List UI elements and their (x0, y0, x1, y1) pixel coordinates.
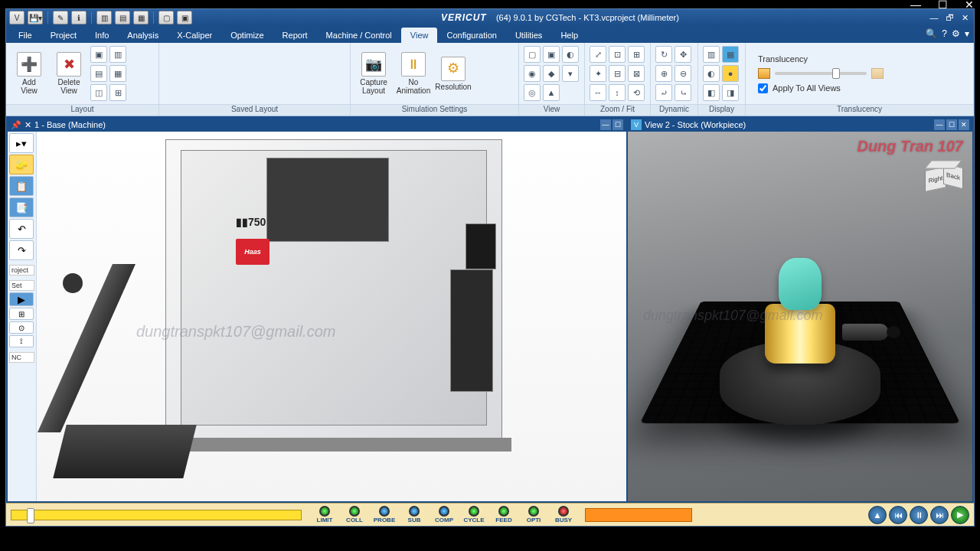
play-up-button[interactable]: ▲ (868, 506, 887, 524)
layout-opt5-button[interactable]: ◫ (90, 84, 107, 101)
dyn-btn-6[interactable]: ⤿ (675, 84, 691, 101)
qat-layout1-button[interactable]: ▥ (96, 11, 112, 24)
dyn-btn-1[interactable]: ↻ (655, 46, 672, 63)
qat-info-button[interactable]: ℹ (71, 11, 87, 24)
side-tool-add[interactable]: 📑 (9, 197, 34, 217)
zoom-btn-5[interactable]: ⊟ (609, 65, 626, 82)
menu-optimize[interactable]: Optimize (221, 28, 273, 43)
disp-btn-1[interactable]: ▥ (703, 46, 720, 63)
side-tool-list[interactable]: 📋 (9, 176, 34, 196)
pause-button[interactable]: ⏸ (910, 506, 928, 524)
view-btn-6[interactable]: ▾ (562, 65, 579, 82)
side-tree-3[interactable]: ⟟ (9, 335, 34, 347)
side-item-active[interactable]: ▶ (9, 292, 34, 306)
zoom-btn-7[interactable]: ↔ (590, 84, 606, 101)
disp-btn-6[interactable]: ◨ (722, 84, 739, 101)
zoom-btn-3[interactable]: ⊞ (628, 46, 645, 63)
view-btn-2[interactable]: ▣ (543, 46, 560, 63)
side-tree-2[interactable]: ⊙ (9, 321, 34, 334)
view1-pin-icon[interactable]: 📌 (11, 120, 21, 130)
disp-btn-3[interactable]: ◐ (703, 65, 720, 82)
window-minimize-button[interactable]: — (928, 11, 940, 24)
side-section-project[interactable]: roject (9, 265, 34, 276)
capture-layout-button[interactable]: 📷 Capture Layout (355, 46, 392, 101)
side-tree-1[interactable]: ⊞ (9, 308, 34, 320)
progress-slider[interactable] (11, 510, 302, 520)
stock-viewport[interactable]: Dung Tran 107 Right Back dungtranspkt107… (628, 132, 972, 501)
view1-maximize-button[interactable]: ☐ (612, 119, 623, 130)
view1-minimize-button[interactable]: — (600, 119, 611, 130)
dyn-btn-4[interactable]: ⊖ (675, 65, 691, 82)
zoom-btn-2[interactable]: ⊡ (609, 46, 626, 63)
layout-opt2-button[interactable]: ▥ (109, 46, 126, 63)
menu-more-icon[interactable]: ▾ (965, 28, 969, 39)
search-icon[interactable]: 🔍 (926, 28, 937, 39)
menu-machine-control[interactable]: Machine / Control (317, 28, 401, 43)
side-tool-redo[interactable]: ↷ (9, 240, 34, 260)
settings-gear-icon[interactable]: ⚙ (952, 28, 960, 39)
no-animation-button[interactable]: ⏸ No Animation (395, 46, 432, 101)
menu-project[interactable]: Project (41, 28, 86, 43)
machine-viewport[interactable]: ▮▮750 Haas dungtranspkt107@gmail.com (37, 132, 626, 501)
menu-utilities[interactable]: Utilities (506, 28, 551, 43)
resolution-button[interactable]: ⚙ Resolution (435, 46, 472, 101)
menu-configuration[interactable]: Configuration (437, 28, 505, 43)
dyn-btn-5[interactable]: ⤾ (655, 84, 672, 101)
view2-minimize-button[interactable]: — (934, 119, 945, 130)
translucency-slider[interactable] (775, 72, 867, 75)
menu-report[interactable]: Report (273, 28, 317, 43)
view1-close-icon[interactable]: ✕ (24, 120, 31, 130)
qat-save-button[interactable]: 💾▾ (28, 11, 43, 24)
view-btn-8[interactable]: ▲ (543, 84, 560, 101)
layout-opt3-button[interactable]: ▤ (90, 65, 107, 82)
disp-btn-5[interactable]: ◧ (703, 84, 720, 101)
qat-layout2-button[interactable]: ▤ (115, 11, 130, 24)
apply-all-views-checkbox[interactable]: Apply To All Views (758, 83, 884, 93)
qat-tool-button[interactable]: ✎ (53, 11, 68, 24)
side-tool-dropdown[interactable]: ▸▾ (9, 133, 34, 153)
step-button[interactable]: ⏭ (930, 506, 949, 524)
help-icon[interactable]: ? (942, 28, 947, 39)
rewind-button[interactable]: ⏮ (889, 506, 907, 524)
menu-file[interactable]: File (9, 28, 41, 43)
zoom-btn-6[interactable]: ⊠ (628, 65, 645, 82)
view2-close-button[interactable]: ✕ (959, 119, 969, 130)
window-restore-button[interactable]: 🗗 (943, 11, 956, 24)
window-close-button[interactable]: ✕ (959, 11, 971, 24)
qat-layout3-button[interactable]: ▦ (133, 11, 149, 24)
qat-record-button[interactable]: ▣ (177, 11, 192, 24)
qat-capture-button[interactable]: ▢ (158, 11, 174, 24)
view-btn-1[interactable]: ▢ (524, 46, 541, 63)
menu-help[interactable]: Help (551, 28, 587, 43)
view-btn-3[interactable]: ◐ (562, 46, 579, 63)
view-btn-5[interactable]: ◆ (543, 65, 560, 82)
side-tool-eraser[interactable]: 🧽 (9, 155, 34, 174)
layout-opt4-button[interactable]: ▦ (109, 65, 126, 82)
side-section-setup[interactable]: Set (9, 280, 34, 291)
zoom-btn-8[interactable]: ↕ (609, 84, 626, 101)
qat-app-button[interactable]: V (9, 11, 24, 24)
dyn-btn-2[interactable]: ✥ (675, 46, 691, 63)
view-btn-7[interactable]: ◎ (524, 84, 541, 101)
disp-btn-2[interactable]: ▦ (722, 46, 739, 63)
zoom-btn-9[interactable]: ⟲ (628, 84, 645, 101)
nav-cube[interactable]: Right Back (920, 155, 960, 194)
layout-opt6-button[interactable]: ⊞ (109, 84, 126, 101)
side-section-nc[interactable]: NC (9, 352, 34, 363)
menu-view[interactable]: View (401, 28, 438, 43)
add-view-button[interactable]: ➕ Add View (11, 46, 47, 101)
disp-btn-4[interactable]: ● (722, 65, 739, 82)
delete-view-button[interactable]: ✖ Delete View (51, 46, 87, 101)
layout-opt1-button[interactable]: ▣ (90, 46, 107, 63)
zoom-btn-4[interactable]: ✦ (590, 65, 606, 82)
side-tool-undo[interactable]: ↶ (9, 219, 34, 239)
play-button[interactable]: ▶ (951, 506, 969, 524)
menu-info[interactable]: Info (86, 28, 118, 43)
dyn-btn-3[interactable]: ⊕ (655, 65, 672, 82)
workspace: 📌 ✕ 1 - Base (Machine) — ☐ ▸▾ 🧽 📋 📑 ↶ (6, 116, 974, 503)
view-btn-4[interactable]: ◉ (524, 65, 541, 82)
menu-analysis[interactable]: Analysis (118, 28, 168, 43)
view2-maximize-button[interactable]: ☐ (946, 119, 957, 130)
menu-x-caliper[interactable]: X-Caliper (168, 28, 221, 43)
zoom-btn-1[interactable]: ⤢ (590, 46, 606, 63)
